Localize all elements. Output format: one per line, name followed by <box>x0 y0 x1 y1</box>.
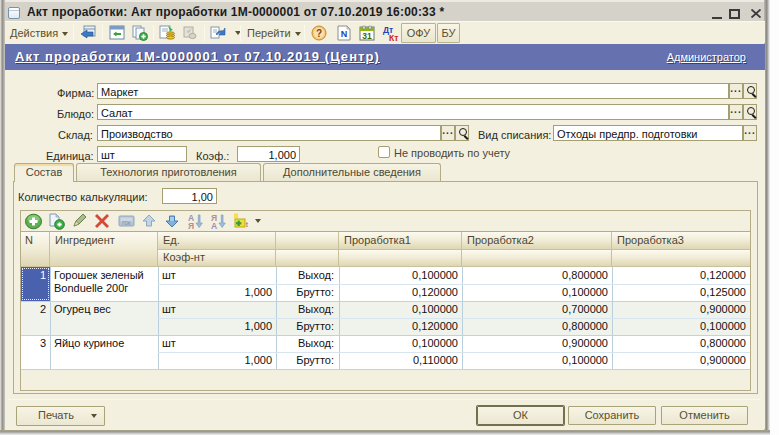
svg-text:Кт: Кт <box>389 33 398 42</box>
svg-text:?: ? <box>316 28 322 39</box>
svg-text:N: N <box>341 29 348 39</box>
svg-text:Я: Я <box>188 221 194 230</box>
svg-text:А: А <box>211 221 217 230</box>
svg-text:31: 31 <box>362 31 372 41</box>
svg-text:ГОК: ГОК <box>122 221 131 226</box>
svg-text:t: t <box>246 221 248 228</box>
